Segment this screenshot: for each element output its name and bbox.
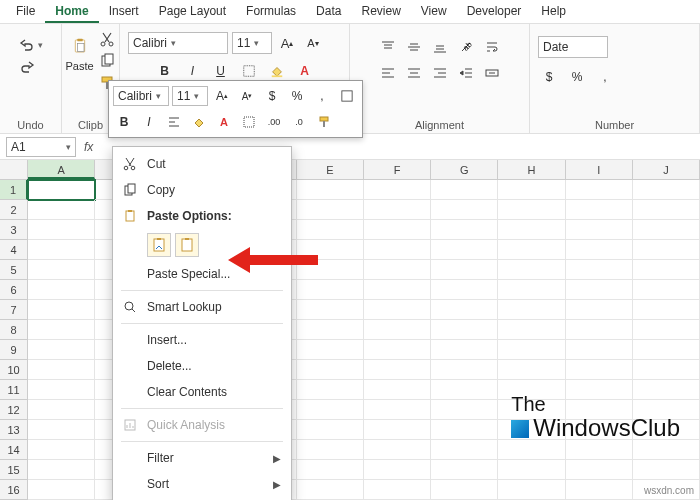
row-header-2[interactable]: 2	[0, 200, 28, 220]
mini-borders-button[interactable]	[336, 85, 358, 107]
col-header-G[interactable]: G	[431, 160, 498, 179]
mini-font-size-select[interactable]: 11▾	[172, 86, 208, 106]
cell-I13[interactable]	[566, 420, 633, 440]
cell-H14[interactable]	[498, 440, 565, 460]
mini-comma-button[interactable]: ,	[311, 85, 333, 107]
menu-formulas[interactable]: Formulas	[236, 0, 306, 23]
cell-I2[interactable]	[566, 200, 633, 220]
col-header-I[interactable]: I	[566, 160, 633, 179]
cell-I6[interactable]	[566, 280, 633, 300]
cell-A1[interactable]	[28, 180, 95, 200]
menu-home[interactable]: Home	[45, 0, 98, 23]
cell-H8[interactable]	[498, 320, 565, 340]
cell-G6[interactable]	[431, 280, 498, 300]
cell-G15[interactable]	[431, 460, 498, 480]
cell-J4[interactable]	[633, 240, 700, 260]
cell-J12[interactable]	[633, 400, 700, 420]
cell-F9[interactable]	[364, 340, 431, 360]
cell-E5[interactable]	[297, 260, 364, 280]
cell-A9[interactable]	[28, 340, 95, 360]
menu-developer[interactable]: Developer	[457, 0, 532, 23]
col-header-J[interactable]: J	[633, 160, 700, 179]
cell-J1[interactable]	[633, 180, 700, 200]
cell-A13[interactable]	[28, 420, 95, 440]
number-format-select[interactable]: Date	[538, 36, 608, 58]
cell-H7[interactable]	[498, 300, 565, 320]
cell-A12[interactable]	[28, 400, 95, 420]
cell-G16[interactable]	[431, 480, 498, 500]
cell-E15[interactable]	[297, 460, 364, 480]
cell-E12[interactable]	[297, 400, 364, 420]
cell-E7[interactable]	[297, 300, 364, 320]
cell-J9[interactable]	[633, 340, 700, 360]
row-header-11[interactable]: 11	[0, 380, 28, 400]
cell-G7[interactable]	[431, 300, 498, 320]
cell-E13[interactable]	[297, 420, 364, 440]
cell-F14[interactable]	[364, 440, 431, 460]
menu-file[interactable]: File	[6, 0, 45, 23]
cell-E3[interactable]	[297, 220, 364, 240]
cell-F15[interactable]	[364, 460, 431, 480]
row-header-14[interactable]: 14	[0, 440, 28, 460]
cell-E6[interactable]	[297, 280, 364, 300]
cell-A8[interactable]	[28, 320, 95, 340]
cell-J10[interactable]	[633, 360, 700, 380]
cell-F11[interactable]	[364, 380, 431, 400]
cell-A11[interactable]	[28, 380, 95, 400]
cell-J3[interactable]	[633, 220, 700, 240]
cell-F10[interactable]	[364, 360, 431, 380]
cell-F2[interactable]	[364, 200, 431, 220]
cell-F6[interactable]	[364, 280, 431, 300]
cell-I12[interactable]	[566, 400, 633, 420]
cell-H2[interactable]	[498, 200, 565, 220]
cell-F8[interactable]	[364, 320, 431, 340]
cell-I10[interactable]	[566, 360, 633, 380]
bold-button[interactable]: B	[154, 60, 176, 82]
cut-icon[interactable]	[98, 30, 116, 48]
cell-F13[interactable]	[364, 420, 431, 440]
cell-I11[interactable]	[566, 380, 633, 400]
cell-I7[interactable]	[566, 300, 633, 320]
cell-J13[interactable]	[633, 420, 700, 440]
context-paste-special[interactable]: Paste Special...	[113, 261, 291, 287]
cell-G13[interactable]	[431, 420, 498, 440]
cell-A2[interactable]	[28, 200, 95, 220]
orientation-button[interactable]: ab	[455, 36, 477, 58]
cell-J2[interactable]	[633, 200, 700, 220]
row-header-15[interactable]: 15	[0, 460, 28, 480]
row-header-8[interactable]: 8	[0, 320, 28, 340]
currency-button[interactable]: $	[538, 66, 560, 88]
cell-I14[interactable]	[566, 440, 633, 460]
cell-E14[interactable]	[297, 440, 364, 460]
select-all-corner[interactable]	[0, 160, 28, 179]
comma-button[interactable]: ,	[594, 66, 616, 88]
paste-option-default[interactable]	[147, 233, 171, 257]
cell-E1[interactable]	[297, 180, 364, 200]
col-header-F[interactable]: F	[364, 160, 431, 179]
cell-F16[interactable]	[364, 480, 431, 500]
row-header-1[interactable]: 1	[0, 180, 28, 200]
row-header-5[interactable]: 5	[0, 260, 28, 280]
increase-font-button[interactable]: A▴	[276, 32, 298, 54]
cell-G10[interactable]	[431, 360, 498, 380]
cell-J11[interactable]	[633, 380, 700, 400]
align-center-button[interactable]	[403, 62, 425, 84]
cell-H13[interactable]	[498, 420, 565, 440]
wrap-text-button[interactable]	[481, 36, 503, 58]
cell-E4[interactable]	[297, 240, 364, 260]
cell-H5[interactable]	[498, 260, 565, 280]
context-clear-contents[interactable]: Clear Contents	[113, 379, 291, 405]
cell-G12[interactable]	[431, 400, 498, 420]
row-header-7[interactable]: 7	[0, 300, 28, 320]
cell-G4[interactable]	[431, 240, 498, 260]
mini-decrease-decimal-button[interactable]: .00	[263, 111, 285, 133]
menu-view[interactable]: View	[411, 0, 457, 23]
mini-align-button[interactable]	[163, 111, 185, 133]
paste-button[interactable]: Paste	[65, 32, 93, 92]
col-header-A[interactable]: A	[28, 160, 95, 179]
cell-J6[interactable]	[633, 280, 700, 300]
cell-G5[interactable]	[431, 260, 498, 280]
context-insert[interactable]: Insert...	[113, 327, 291, 353]
name-box[interactable]: A1▾	[6, 137, 76, 157]
decrease-indent-button[interactable]	[455, 62, 477, 84]
